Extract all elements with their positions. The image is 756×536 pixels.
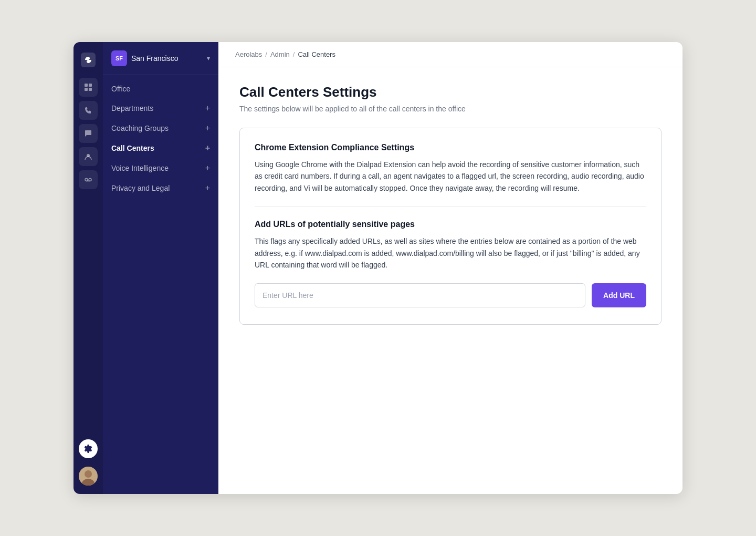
org-name: San Francisco [131,54,203,63]
sidebar-item-voice-label: Voice Intelligence [111,164,169,172]
breadcrumb-admin[interactable]: Admin [270,50,290,58]
card-divider [255,207,646,207]
settings-card: Chrome Extension Compliance Settings Usi… [239,128,662,325]
sidebar-item-departments[interactable]: Departments + [103,98,218,118]
section2-title: Add URLs of potentially sensitive pages [255,220,646,229]
breadcrumb-sep-1: / [265,50,267,58]
page-title: Call Centers Settings [239,84,662,100]
sidebar-item-voice-intelligence[interactable]: Voice Intelligence + [103,158,218,178]
sidebar-item-coaching-label: Coaching Groups [111,124,169,132]
rail-phone-icon[interactable] [79,101,98,120]
rail-chat-icon[interactable] [79,124,98,143]
rail-grid-icon[interactable] [79,78,98,97]
sidebar-item-call-centers[interactable]: Call Centers + [103,138,218,158]
sidebar-nav: Office Departments + Coaching Groups + C… [103,75,218,202]
sidebar-item-departments-label: Departments [111,104,153,112]
org-badge: SF [111,50,127,66]
icon-rail [74,42,103,494]
breadcrumb-aerolabs[interactable]: Aerolabs [235,50,262,58]
breadcrumb-current: Call Centers [298,50,335,58]
sidebar-item-privacy-label: Privacy and Legal [111,184,170,192]
breadcrumb: Aerolabs / Admin / Call Centers [218,42,682,67]
departments-expand-icon: + [205,104,210,113]
sidebar-item-call-centers-label: Call Centers [111,144,154,152]
chevron-down-icon: ▾ [207,55,210,62]
section1-body: Using Google Chrome with the Dialpad Ext… [255,159,646,194]
section2-body: This flags any specifically added URLs, … [255,235,646,271]
svg-point-10 [85,470,92,478]
app-container: SF San Francisco ▾ Office Departments + … [74,42,682,494]
rail-contacts-icon[interactable] [79,147,98,166]
add-url-button[interactable]: Add URL [592,283,646,307]
svg-rect-2 [89,84,92,87]
voice-expand-icon: + [205,163,210,173]
coaching-expand-icon: + [205,123,210,133]
svg-rect-4 [89,88,92,91]
section1-title: Chrome Extension Compliance Settings [255,143,646,152]
user-avatar[interactable] [79,467,98,486]
app-logo[interactable] [79,50,98,69]
content-area: Call Centers Settings The settings below… [218,67,682,494]
breadcrumb-sep-2: / [293,50,295,58]
svg-rect-1 [85,84,88,87]
privacy-expand-icon: + [205,183,210,193]
svg-rect-3 [85,88,88,91]
sidebar-item-coaching-groups[interactable]: Coaching Groups + [103,118,218,138]
sidebar: SF San Francisco ▾ Office Departments + … [103,42,218,494]
sidebar-item-privacy-legal[interactable]: Privacy and Legal + [103,178,218,198]
url-input[interactable] [255,283,585,307]
sidebar-item-office[interactable]: Office [103,79,218,98]
main-content: Aerolabs / Admin / Call Centers Call Cen… [218,42,682,494]
url-input-row: Add URL [255,283,646,307]
rail-voicemail-icon[interactable] [79,170,98,189]
page-subtitle: The settings below will be applied to al… [239,105,662,113]
rail-settings-icon[interactable] [79,439,98,458]
org-selector[interactable]: SF San Francisco ▾ [103,42,218,75]
call-centers-expand-icon: + [205,143,210,153]
sidebar-item-office-label: Office [111,85,130,93]
